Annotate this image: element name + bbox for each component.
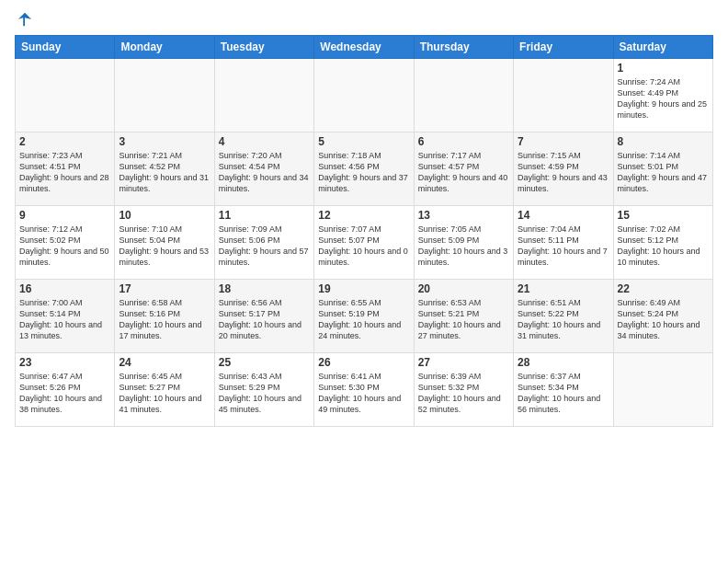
calendar-cell — [514, 59, 613, 132]
calendar-cell: 15Sunrise: 7:02 AM Sunset: 5:12 PM Dayli… — [613, 206, 712, 280]
day-info: Sunrise: 7:09 AM Sunset: 5:06 PM Dayligh… — [219, 224, 310, 269]
calendar-cell: 23Sunrise: 6:47 AM Sunset: 5:26 PM Dayli… — [16, 353, 115, 427]
day-number: 17 — [119, 282, 210, 295]
page-container: SundayMondayTuesdayWednesdayThursdayFrid… — [0, 0, 728, 434]
week-row-5: 23Sunrise: 6:47 AM Sunset: 5:26 PM Dayli… — [16, 353, 713, 427]
weekday-header-row: SundayMondayTuesdayWednesdayThursdayFrid… — [16, 36, 713, 59]
day-info: Sunrise: 7:21 AM Sunset: 4:52 PM Dayligh… — [119, 150, 210, 195]
day-number: 15 — [618, 209, 709, 222]
day-info: Sunrise: 6:47 AM Sunset: 5:26 PM Dayligh… — [19, 371, 110, 416]
day-number: 28 — [518, 356, 609, 369]
day-number: 21 — [518, 282, 609, 295]
day-info: Sunrise: 7:12 AM Sunset: 5:02 PM Dayligh… — [19, 224, 110, 269]
day-number: 16 — [19, 282, 110, 295]
day-info: Sunrise: 7:10 AM Sunset: 5:04 PM Dayligh… — [119, 224, 210, 269]
day-number: 26 — [318, 356, 409, 369]
day-info: Sunrise: 7:05 AM Sunset: 5:09 PM Dayligh… — [418, 224, 509, 269]
weekday-header-saturday: Saturday — [613, 36, 712, 59]
day-number: 11 — [219, 209, 310, 222]
calendar-cell: 24Sunrise: 6:45 AM Sunset: 5:27 PM Dayli… — [115, 353, 214, 427]
day-info: Sunrise: 7:02 AM Sunset: 5:12 PM Dayligh… — [618, 224, 709, 269]
day-info: Sunrise: 6:58 AM Sunset: 5:16 PM Dayligh… — [119, 297, 210, 342]
calendar-cell: 9Sunrise: 7:12 AM Sunset: 5:02 PM Daylig… — [16, 206, 115, 280]
day-info: Sunrise: 6:56 AM Sunset: 5:17 PM Dayligh… — [219, 297, 310, 342]
calendar-cell: 21Sunrise: 6:51 AM Sunset: 5:22 PM Dayli… — [514, 280, 613, 353]
calendar-cell — [115, 59, 214, 132]
calendar-cell — [314, 59, 414, 132]
day-info: Sunrise: 7:24 AM Sunset: 4:49 PM Dayligh… — [618, 76, 709, 121]
day-number: 19 — [318, 282, 409, 295]
calendar-cell: 6Sunrise: 7:17 AM Sunset: 4:57 PM Daylig… — [414, 132, 513, 206]
day-info: Sunrise: 6:39 AM Sunset: 5:32 PM Dayligh… — [418, 371, 509, 416]
calendar-cell: 10Sunrise: 7:10 AM Sunset: 5:04 PM Dayli… — [115, 206, 214, 280]
day-number: 10 — [119, 209, 210, 222]
day-number: 1 — [618, 62, 709, 75]
calendar-cell: 1Sunrise: 7:24 AM Sunset: 4:49 PM Daylig… — [613, 59, 712, 132]
calendar-cell: 25Sunrise: 6:43 AM Sunset: 5:29 PM Dayli… — [214, 353, 313, 427]
calendar-cell: 7Sunrise: 7:15 AM Sunset: 4:59 PM Daylig… — [514, 132, 613, 206]
day-number: 9 — [19, 209, 110, 222]
week-row-1: 1Sunrise: 7:24 AM Sunset: 4:49 PM Daylig… — [16, 59, 713, 132]
weekday-header-friday: Friday — [514, 36, 613, 59]
day-number: 25 — [219, 356, 310, 369]
day-number: 20 — [418, 282, 509, 295]
day-info: Sunrise: 7:18 AM Sunset: 4:56 PM Dayligh… — [318, 150, 409, 195]
calendar-cell: 18Sunrise: 6:56 AM Sunset: 5:17 PM Dayli… — [214, 280, 313, 353]
calendar-cell — [613, 353, 712, 427]
logo — [15, 11, 33, 28]
calendar-cell: 12Sunrise: 7:07 AM Sunset: 5:07 PM Dayli… — [314, 206, 414, 280]
day-info: Sunrise: 6:45 AM Sunset: 5:27 PM Dayligh… — [119, 371, 210, 416]
day-number: 23 — [19, 356, 110, 369]
calendar-cell: 20Sunrise: 6:53 AM Sunset: 5:21 PM Dayli… — [414, 280, 513, 353]
day-info: Sunrise: 6:49 AM Sunset: 5:24 PM Dayligh… — [618, 297, 709, 342]
calendar-cell: 2Sunrise: 7:23 AM Sunset: 4:51 PM Daylig… — [16, 132, 115, 206]
day-info: Sunrise: 7:17 AM Sunset: 4:57 PM Dayligh… — [418, 150, 509, 195]
day-info: Sunrise: 7:15 AM Sunset: 4:59 PM Dayligh… — [518, 150, 609, 195]
weekday-header-sunday: Sunday — [16, 36, 115, 59]
day-number: 7 — [518, 135, 609, 148]
calendar-cell: 26Sunrise: 6:41 AM Sunset: 5:30 PM Dayli… — [314, 353, 414, 427]
calendar-cell: 28Sunrise: 6:37 AM Sunset: 5:34 PM Dayli… — [514, 353, 613, 427]
day-number: 24 — [119, 356, 210, 369]
weekday-header-thursday: Thursday — [414, 36, 513, 59]
day-info: Sunrise: 7:07 AM Sunset: 5:07 PM Dayligh… — [318, 224, 409, 269]
calendar-cell — [214, 59, 313, 132]
week-row-3: 9Sunrise: 7:12 AM Sunset: 5:02 PM Daylig… — [16, 206, 713, 280]
day-number: 22 — [618, 282, 709, 295]
day-number: 27 — [418, 356, 509, 369]
calendar-cell: 4Sunrise: 7:20 AM Sunset: 4:54 PM Daylig… — [214, 132, 313, 206]
weekday-header-monday: Monday — [115, 36, 214, 59]
day-info: Sunrise: 6:41 AM Sunset: 5:30 PM Dayligh… — [318, 371, 409, 416]
calendar-cell: 19Sunrise: 6:55 AM Sunset: 5:19 PM Dayli… — [314, 280, 414, 353]
day-info: Sunrise: 7:00 AM Sunset: 5:14 PM Dayligh… — [19, 297, 110, 342]
day-info: Sunrise: 6:55 AM Sunset: 5:19 PM Dayligh… — [318, 297, 409, 342]
day-number: 5 — [318, 135, 409, 148]
calendar-cell: 8Sunrise: 7:14 AM Sunset: 5:01 PM Daylig… — [613, 132, 712, 206]
calendar-cell: 27Sunrise: 6:39 AM Sunset: 5:32 PM Dayli… — [414, 353, 513, 427]
day-number: 4 — [219, 135, 310, 148]
header — [15, 11, 713, 28]
day-number: 8 — [618, 135, 709, 148]
day-info: Sunrise: 6:53 AM Sunset: 5:21 PM Dayligh… — [418, 297, 509, 342]
day-info: Sunrise: 7:04 AM Sunset: 5:11 PM Dayligh… — [518, 224, 609, 269]
day-number: 2 — [19, 135, 110, 148]
day-info: Sunrise: 6:37 AM Sunset: 5:34 PM Dayligh… — [518, 371, 609, 416]
weekday-header-tuesday: Tuesday — [214, 36, 313, 59]
week-row-4: 16Sunrise: 7:00 AM Sunset: 5:14 PM Dayli… — [16, 280, 713, 353]
day-number: 12 — [318, 209, 409, 222]
day-info: Sunrise: 7:20 AM Sunset: 4:54 PM Dayligh… — [219, 150, 310, 195]
calendar-cell — [16, 59, 115, 132]
day-number: 13 — [418, 209, 509, 222]
day-number: 6 — [418, 135, 509, 148]
day-number: 18 — [219, 282, 310, 295]
calendar-cell: 17Sunrise: 6:58 AM Sunset: 5:16 PM Dayli… — [115, 280, 214, 353]
calendar-cell: 5Sunrise: 7:18 AM Sunset: 4:56 PM Daylig… — [314, 132, 414, 206]
calendar-cell: 13Sunrise: 7:05 AM Sunset: 5:09 PM Dayli… — [414, 206, 513, 280]
calendar-table: SundayMondayTuesdayWednesdayThursdayFrid… — [15, 35, 713, 427]
day-info: Sunrise: 6:51 AM Sunset: 5:22 PM Dayligh… — [518, 297, 609, 342]
calendar-cell: 3Sunrise: 7:21 AM Sunset: 4:52 PM Daylig… — [115, 132, 214, 206]
week-row-2: 2Sunrise: 7:23 AM Sunset: 4:51 PM Daylig… — [16, 132, 713, 206]
day-info: Sunrise: 7:14 AM Sunset: 5:01 PM Dayligh… — [618, 150, 709, 195]
calendar-cell: 11Sunrise: 7:09 AM Sunset: 5:06 PM Dayli… — [214, 206, 313, 280]
calendar-cell: 14Sunrise: 7:04 AM Sunset: 5:11 PM Dayli… — [514, 206, 613, 280]
